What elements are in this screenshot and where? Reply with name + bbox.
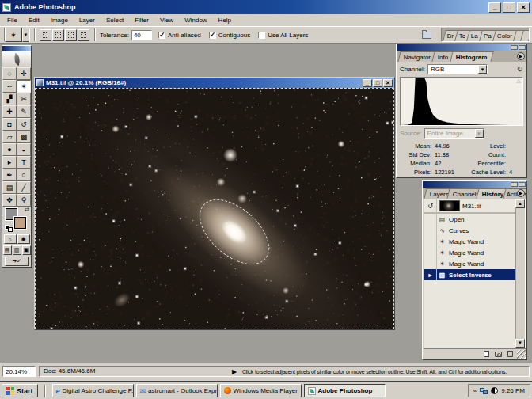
history-item-magic-wand[interactable]: ✶Magic Wand [424,258,515,269]
menu-file[interactable]: File [2,16,23,25]
document-titlebar[interactable]: M31.tif @ 20.1% (RGB/16#) _ □ ✕ [35,78,394,88]
history-item-well[interactable] [424,247,437,258]
tool-eyedropper[interactable]: ╱ [17,181,31,194]
tool-pen[interactable]: ✒ [2,169,17,181]
tool-preset-picker[interactable]: ✶ ▼ [4,28,30,42]
histogram-palette-titlebar[interactable] [397,44,526,51]
taskbar-button-astromart-outlook-expr-[interactable]: ✉astromart - Outlook Expr... [136,384,218,397]
status-arrow-icon[interactable]: ▶ [232,368,237,375]
tray-app-icon[interactable] [491,387,498,394]
histogram-tab-histogram[interactable]: Histogram [450,51,493,62]
delete-state-icon[interactable] [507,351,513,357]
zoom-level-input[interactable]: 20.14% [2,366,36,377]
network-icon[interactable] [480,388,488,394]
history-item-well[interactable] [424,258,437,269]
palette-minimize-button[interactable] [511,45,518,50]
palette-minimize-button[interactable] [511,182,518,187]
standard-screen-mode-button[interactable]: ▤ [3,245,12,255]
standard-mode-button[interactable]: ○ [4,234,17,244]
menu-image[interactable]: Image [45,16,74,25]
minimize-button[interactable]: _ [488,2,501,13]
scroll-down-icon[interactable]: ▼ [515,339,525,348]
doc-close-button[interactable]: ✕ [383,79,393,87]
checkbox-box-icon[interactable]: ✓ [209,32,216,39]
doc-minimize-button[interactable]: _ [363,79,372,87]
checkbox-box-icon[interactable]: ✓ [158,32,165,39]
checkbox-box-icon[interactable] [258,32,265,39]
full-screen-mode-button[interactable]: ▣ [22,245,31,255]
m31-image-canvas[interactable] [35,88,394,329]
quick-mask-mode-button[interactable]: ◉ [17,234,30,244]
history-item-magic-wand[interactable]: ✶Magic Wand [424,247,515,258]
scroll-up-icon[interactable]: ▲ [515,200,525,208]
history-item-magic-wand[interactable]: ✶Magic Wand [424,236,515,247]
histogram-tab-navigator[interactable]: Navigator [397,51,436,62]
tool-hand[interactable]: ✥ [2,194,17,207]
maximize-button[interactable]: □ [503,2,515,13]
tray-chevron-icon[interactable]: « [473,387,477,394]
history-item-well[interactable] [424,236,437,247]
palette-menu-button[interactable]: ▶ [517,52,525,60]
channel-select[interactable]: RGB ▼ [428,64,488,74]
taskbar-button-adobe-photoshop[interactable]: Adobe Photoshop [304,384,386,397]
tool-gradient[interactable]: ▩ [17,131,31,143]
tool-shape[interactable]: ○ [17,169,31,181]
default-colors-icon[interactable] [5,225,13,232]
menu-view[interactable]: View [154,16,179,25]
start-button[interactable]: Start [2,384,38,397]
tool-notes[interactable]: ▤ [2,181,17,194]
checkbox-use-all-layers[interactable]: Use All Layers [258,32,308,39]
tool-healing-brush[interactable]: ✚ [2,105,17,118]
subtract-from-selection-button[interactable] [65,29,77,41]
menu-help[interactable]: Help [213,16,237,25]
tool-magic-wand[interactable]: ✶ [17,80,31,93]
jump-to-imageready-button[interactable]: ➔✓ [5,256,28,266]
history-item-open[interactable]: ▤Open [424,214,515,225]
history-brush-source-well[interactable]: ↺ [424,200,437,212]
taskbar-button-digital-astro-challenge-p-[interactable]: eDigital Astro Challenge P... [52,384,134,397]
tool-blur[interactable]: ● [2,143,17,156]
history-tab-history[interactable]: History [476,188,506,199]
history-scrollbar[interactable]: ▲ ▼ [515,200,525,348]
checkbox-contiguous[interactable]: ✓Contiguous [209,32,250,39]
tool-type[interactable]: T [17,156,31,169]
full-screen-menubar-mode-button[interactable]: ▥ [13,245,21,255]
close-button[interactable]: ✕ [517,2,530,13]
file-browser-icon[interactable] [421,30,433,40]
history-item-well[interactable] [424,225,437,236]
toolbox-titlebar[interactable] [2,46,31,51]
history-item-select-inverse[interactable]: ▸▧Select Inverse [424,269,515,280]
chevron-down-icon[interactable]: ▼ [22,28,29,42]
history-item-well[interactable]: ▸ [424,269,437,280]
tool-slice[interactable]: ✂ [17,93,31,105]
menu-select[interactable]: Select [101,16,129,25]
new-selection-button[interactable] [40,29,51,41]
history-item-curves[interactable]: ∿Curves [424,225,515,236]
menu-window[interactable]: Window [179,16,212,25]
tool-lasso[interactable]: ∽ [2,80,17,93]
tool-path-selection[interactable]: ▸ [2,156,17,169]
refresh-histogram-icon[interactable]: ↻ [517,65,523,74]
doc-size-indicator[interactable]: Doc: 45.6M/46.6M [44,367,95,374]
new-document-from-state-icon[interactable] [484,351,489,357]
doc-restore-button[interactable]: □ [373,79,382,87]
tool-brush[interactable]: ✎ [17,105,31,118]
chevron-down-icon[interactable]: ▼ [478,65,487,74]
palette-close-button[interactable] [519,182,526,187]
tool-zoom[interactable]: ⚲ [17,194,31,207]
menu-edit[interactable]: Edit [23,16,45,25]
palette-close-button[interactable] [519,45,526,50]
tool-move[interactable]: ✛ [17,67,31,80]
cached-data-warning-icon[interactable]: △ [517,78,521,84]
swap-colors-icon[interactable]: ⇄ [25,207,29,213]
tool-history-brush[interactable]: ↺ [17,118,31,131]
tool-eraser[interactable]: ▱ [2,131,17,143]
tool-clone-stamp[interactable]: ◘ [2,118,17,131]
tolerance-input[interactable] [131,30,152,40]
intersect-selection-button[interactable] [78,29,89,41]
history-item-well[interactable] [424,214,437,225]
checkbox-anti-aliased[interactable]: ✓Anti-aliased [158,32,201,39]
new-snapshot-icon[interactable] [495,352,502,357]
tool-crop[interactable]: ▞ [2,93,17,105]
background-color-swatch[interactable] [14,217,26,229]
